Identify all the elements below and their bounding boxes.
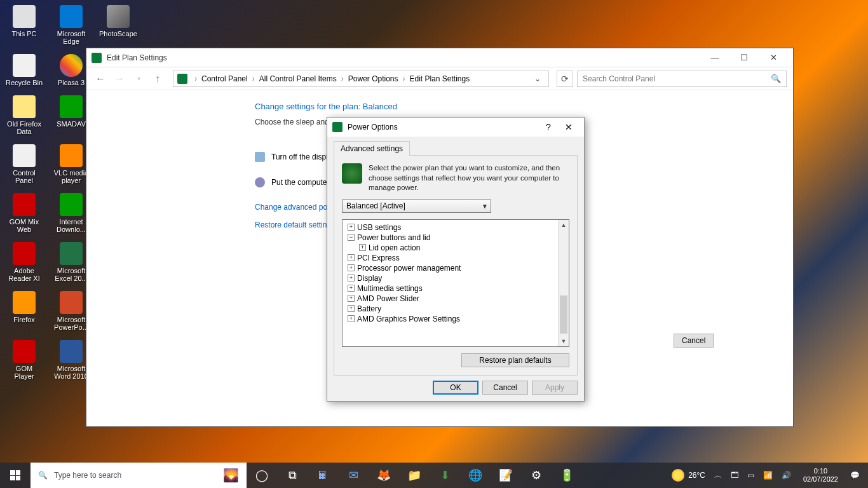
apply-button[interactable]: Apply (532, 381, 578, 395)
touchpad-icon[interactable]: ▭ (745, 471, 756, 480)
word-icon[interactable]: 📝 (491, 463, 521, 488)
refresh-button[interactable]: ⟳ (557, 71, 573, 87)
tray-chevron-icon[interactable]: ︿ (712, 470, 724, 481)
desktop-icon-photo[interactable]: PhotoScape (99, 5, 137, 45)
breadcrumb-item[interactable]: Edit Plan Settings (409, 74, 470, 83)
breadcrumb-item[interactable]: All Control Panel Items (259, 74, 337, 83)
battery-icon[interactable]: 🗔 (729, 471, 740, 480)
task-view-icon[interactable]: ⧉ (277, 463, 308, 488)
icon-label: Adobe Reader XI (5, 267, 43, 282)
breadcrumb-item[interactable]: Control Panel (201, 74, 248, 83)
power-options-taskbar-icon[interactable]: 🔋 (552, 463, 582, 488)
app-icon (60, 193, 83, 216)
tab-advanced-settings[interactable]: Advanced settings (334, 141, 410, 156)
window-titlebar[interactable]: Edit Plan Settings — ☐ ✕ (86, 48, 793, 67)
tree-item[interactable]: +PCI Express (348, 253, 553, 263)
scroll-down-button[interactable]: ▼ (559, 336, 569, 346)
scroll-up-button[interactable]: ▲ (559, 220, 569, 231)
tree-item[interactable]: +Lid open action (348, 243, 553, 253)
search-icon[interactable]: 🔍 (771, 74, 781, 83)
restore-defaults-button[interactable]: Restore plan defaults (461, 353, 569, 367)
cortana-icon[interactable]: ◯ (247, 463, 277, 488)
mail-icon[interactable]: ✉ (338, 463, 369, 488)
desktop-icon-vlc[interactable]: VLC media player (52, 144, 90, 184)
desktop-icon-adobe[interactable]: Adobe Reader XI (5, 242, 43, 282)
close-button[interactable]: ✕ (759, 48, 788, 67)
volume-icon[interactable]: 🔊 (780, 471, 793, 480)
tree-expander-icon[interactable]: + (348, 285, 355, 292)
breadcrumb[interactable]: › Control Panel › All Control Panel Item… (173, 71, 549, 87)
notifications-icon[interactable]: 💬 (848, 471, 862, 480)
app-icon (60, 54, 83, 77)
desktop-icon-ppt[interactable]: Microsoft PowerPo... (52, 291, 90, 331)
help-button[interactable]: ? (538, 118, 559, 137)
desktop-icon-control[interactable]: Control Panel (5, 144, 43, 184)
up-button[interactable]: ↑ (150, 71, 165, 86)
firefox-icon[interactable]: 🦊 (369, 463, 399, 488)
tree-item[interactable]: +AMD Graphics Power Settings (348, 314, 553, 324)
close-button[interactable]: ✕ (559, 118, 579, 137)
tree-item[interactable]: +Battery (348, 304, 553, 314)
tree-item[interactable]: +USB settings (348, 222, 553, 233)
desktop-icon-picasa[interactable]: Picasa 3 (52, 54, 90, 86)
settings-icon[interactable]: ⚙ (521, 463, 552, 488)
chevron-right-icon: › (338, 74, 347, 83)
tree-item[interactable]: +Display (348, 273, 553, 283)
weather-widget[interactable]: 26°C (670, 469, 707, 482)
breadcrumb-dropdown[interactable]: ⌄ (531, 74, 545, 83)
scrollbar[interactable]: ▲ ▼ (558, 220, 569, 346)
desktop-icon-idm[interactable]: Internet Downlo... (52, 193, 90, 233)
start-button[interactable] (0, 463, 31, 488)
search-box[interactable]: 🔍 (577, 71, 787, 87)
desktop-icon-gomplayer[interactable]: GOM Player (5, 340, 43, 380)
cancel-button[interactable]: Cancel (482, 381, 528, 395)
tree-expander-icon[interactable]: + (348, 224, 355, 231)
tree-expander-icon[interactable]: + (348, 264, 355, 271)
cancel-button[interactable]: Cancel (674, 334, 714, 348)
desktop-icon-word[interactable]: Microsoft Word 2010 (52, 340, 90, 380)
dialog-titlebar[interactable]: Power Options ? ✕ (327, 118, 584, 137)
tree-item[interactable]: +Multimedia settings (348, 283, 553, 294)
forward-button[interactable]: → (112, 71, 127, 86)
power-plan-dropdown[interactable]: Balanced [Active] ▼ (342, 200, 491, 213)
maximize-button[interactable]: ☐ (729, 48, 759, 67)
tree-expander-icon[interactable]: + (348, 315, 355, 322)
file-explorer-icon[interactable]: 📁 (399, 463, 430, 488)
calculator-icon[interactable]: 🖩 (308, 463, 338, 488)
tree-item[interactable]: +Processor power management (348, 263, 553, 273)
recent-dropdown[interactable]: ▾ (131, 71, 146, 86)
edge-icon[interactable]: 🌐 (460, 463, 491, 488)
breadcrumb-item[interactable]: Power Options (348, 74, 398, 83)
setting-label: Turn off the displa (271, 152, 332, 161)
desktop-icon-pc[interactable]: This PC (5, 5, 43, 45)
minimize-button[interactable]: — (700, 48, 729, 67)
tree-item[interactable]: +AMD Power Slider (348, 294, 553, 304)
taskbar-search[interactable]: 🔍 Type here to search 🌄 (31, 463, 247, 488)
clock-time: 0:10 (803, 467, 838, 475)
wifi-icon[interactable]: 📶 (761, 471, 775, 480)
desktop-icon-excel[interactable]: Microsoft Excel 20... (52, 242, 90, 282)
desktop-icon-edge[interactable]: Microsoft Edge (52, 5, 90, 45)
desktop-icon-recycle[interactable]: Recycle Bin (5, 54, 43, 86)
clock[interactable]: 0:10 02/07/2022 (798, 467, 843, 484)
ok-button[interactable]: OK (433, 381, 478, 395)
idm-icon[interactable]: ⬇ (430, 463, 460, 488)
tree-expander-icon[interactable]: + (348, 254, 355, 261)
tree-item-label: Power buttons and lid (357, 233, 430, 242)
tree-expander-icon[interactable]: + (348, 295, 355, 302)
search-input[interactable] (583, 74, 771, 83)
tree-expander-icon[interactable]: + (348, 305, 355, 312)
icon-label: Old Firefox Data (5, 120, 43, 135)
scroll-thumb[interactable] (560, 295, 567, 334)
desktop-icon-firefox-data[interactable]: Old Firefox Data (5, 95, 43, 135)
desktop-icon-gommix[interactable]: GOM Mix Web (5, 193, 43, 233)
tree-expander-icon[interactable]: + (359, 244, 366, 251)
settings-tree[interactable]: +USB settings−Power buttons and lid+Lid … (342, 219, 569, 347)
tree-expander-icon[interactable]: − (348, 234, 355, 241)
tree-item[interactable]: −Power buttons and lid (348, 233, 553, 243)
app-icon (13, 291, 36, 314)
tree-expander-icon[interactable]: + (348, 274, 355, 281)
desktop-icon-firefox[interactable]: Firefox (5, 291, 43, 331)
desktop-icon-smadav[interactable]: SMADAV (52, 95, 90, 135)
back-button[interactable]: ← (93, 71, 108, 86)
